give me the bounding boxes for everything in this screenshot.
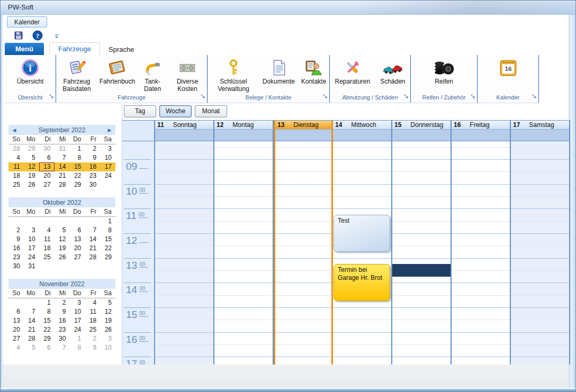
day-column-sonntag[interactable]: [155, 141, 214, 364]
mini-calendar-date[interactable]: 23: [8, 253, 24, 262]
document-tab-kalender[interactable]: Kalender: [7, 16, 47, 28]
mini-calendar-date[interactable]: 5: [24, 343, 39, 352]
mini-calendar-date[interactable]: 21: [24, 325, 39, 334]
allday-cell-donnerstag[interactable]: [392, 130, 452, 141]
day-header-mittwoch[interactable]: 14Mittwoch: [333, 121, 392, 130]
mini-calendar-date[interactable]: 14: [85, 235, 100, 244]
dialog-launcher-icon[interactable]: [201, 93, 205, 101]
selected-time-slot[interactable]: [392, 264, 451, 276]
mini-calendar-date[interactable]: 30: [8, 262, 24, 271]
mini-calendar-date[interactable]: 24: [69, 325, 85, 334]
mini-calendar-date[interactable]: 6: [8, 307, 24, 316]
ribbon-tab-sprache[interactable]: Sprache: [100, 43, 142, 55]
dialog-launcher-icon[interactable]: [471, 93, 475, 101]
appointment-test[interactable]: Test: [334, 215, 390, 252]
day-header-samstag[interactable]: 17Samstag: [511, 121, 570, 130]
mini-calendar-date[interactable]: 29: [39, 334, 55, 343]
mini-calendar-date[interactable]: 17: [24, 244, 39, 253]
mini-calendar-date[interactable]: 3: [100, 334, 115, 343]
day-header-freitag[interactable]: 16Freitag: [452, 121, 511, 130]
day-column-mittwoch[interactable]: TestTermin bei Garage Hr. Brot: [333, 141, 392, 364]
ribbon-button-fahrtenbuch[interactable]: Fahrtenbuch: [97, 57, 137, 86]
mini-calendar-date[interactable]: 3: [69, 298, 85, 307]
mini-calendar-date[interactable]: 8: [69, 153, 85, 162]
mini-calendar-date[interactable]: 28: [55, 180, 70, 189]
mini-calendar-date[interactable]: 23: [55, 325, 70, 334]
mini-calendar-date[interactable]: 1: [39, 298, 55, 307]
day-column-montag[interactable]: [214, 141, 274, 364]
mini-calendar-date[interactable]: 28: [8, 144, 24, 153]
mini-calendar-date[interactable]: 13: [69, 235, 85, 244]
dialog-launcher-icon[interactable]: [323, 93, 328, 101]
mini-calendar-date[interactable]: 19: [24, 171, 39, 180]
ribbon-button-reparaturen[interactable]: Reparaturen: [332, 57, 372, 86]
mini-calendar-date[interactable]: 15: [39, 316, 55, 325]
mini-calendar-date[interactable]: 11: [85, 307, 100, 316]
mini-calendar-date[interactable]: 21: [85, 244, 100, 253]
allday-cell-mittwoch[interactable]: [333, 130, 392, 141]
ribbon-button-dokumente[interactable]: Dokumente: [260, 57, 297, 86]
ribbon-button-schlussel-verwaltung[interactable]: Schlüssel Verwaltung: [209, 57, 258, 94]
mini-calendar-date[interactable]: 22: [69, 171, 85, 180]
ribbon-button-fahrzeug-baisdaten[interactable]: Fahrzeug Baisdaten: [56, 57, 97, 94]
mini-calendar-date[interactable]: 11: [39, 235, 55, 244]
mini-calendar-date[interactable]: 16: [55, 316, 70, 325]
mini-calendar-date[interactable]: 1: [69, 144, 85, 153]
mini-calendar-date[interactable]: 26: [55, 253, 70, 262]
mini-calendar-date[interactable]: 30: [39, 144, 55, 153]
mini-calendar-date[interactable]: 23: [85, 171, 100, 180]
view-button-monat[interactable]: Monat: [195, 105, 227, 117]
mini-calendar-date[interactable]: 30: [55, 334, 70, 343]
ribbon-button-tank-daten[interactable]: Tank-Daten: [137, 57, 168, 94]
dialog-launcher-icon[interactable]: [404, 93, 409, 101]
mini-calendar-date[interactable]: 13: [8, 316, 24, 325]
view-button-tag[interactable]: Tag: [124, 105, 156, 117]
mini-calendar-date[interactable]: 18: [8, 171, 24, 180]
mini-calendar-date[interactable]: 29: [100, 253, 115, 262]
mini-calendar-date[interactable]: 5: [55, 226, 70, 235]
mini-calendar-date[interactable]: 12: [55, 235, 70, 244]
next-month-icon[interactable]: ▶: [104, 127, 115, 133]
mini-calendar-date[interactable]: 20: [69, 244, 85, 253]
mini-calendar-date[interactable]: 2: [8, 226, 24, 235]
view-button-woche[interactable]: Woche: [159, 105, 192, 117]
mini-calendar-date[interactable]: 5: [24, 153, 39, 162]
mini-calendar-date[interactable]: 31: [55, 144, 70, 153]
mini-calendar-date[interactable]: 9: [85, 343, 100, 352]
mini-calendar-date[interactable]: 17: [69, 316, 85, 325]
ribbon-button-reifen[interactable]: Reifen: [431, 57, 457, 86]
day-header-montag[interactable]: 12Montag: [214, 121, 274, 130]
mini-calendar-date[interactable]: 13: [39, 162, 55, 171]
mini-calendar-date[interactable]: 9: [85, 153, 100, 162]
mini-calendar-date[interactable]: 16: [85, 162, 100, 171]
mini-calendar-date[interactable]: 2: [55, 298, 70, 307]
mini-calendar-date[interactable]: 25: [39, 253, 55, 262]
day-column-donnerstag[interactable]: [392, 141, 452, 364]
mini-calendar-date[interactable]: 19: [100, 316, 115, 325]
day-header-dienstag[interactable]: 13Dienstag: [274, 121, 333, 130]
mini-calendar-date[interactable]: 22: [39, 325, 55, 334]
mini-calendar-date[interactable]: 15: [69, 162, 85, 171]
mini-calendar-date[interactable]: 6: [39, 343, 55, 352]
mini-calendar-date[interactable]: 7: [85, 226, 100, 235]
allday-cell-samstag[interactable]: [511, 130, 570, 141]
mini-calendar-date[interactable]: 9: [8, 235, 24, 244]
mini-calendar-date[interactable]: 8: [100, 226, 115, 235]
qat-customize-button[interactable]: [50, 30, 63, 43]
mini-calendar-date[interactable]: 14: [55, 162, 70, 171]
dialog-launcher-icon[interactable]: [532, 93, 537, 101]
mini-calendar-date[interactable]: 16: [8, 244, 24, 253]
mini-calendar-date[interactable]: 10: [100, 343, 115, 352]
ribbon-tab-fahrzeuge[interactable]: Fahrzeuge: [49, 42, 100, 55]
mini-calendar-date[interactable]: 7: [24, 307, 39, 316]
dialog-launcher-icon[interactable]: [49, 93, 54, 101]
mini-calendar-date[interactable]: 14: [24, 316, 39, 325]
allday-cell-dienstag[interactable]: [274, 130, 333, 141]
mini-calendar-date[interactable]: 11: [8, 162, 24, 171]
mini-calendar-date[interactable]: 7: [55, 153, 70, 162]
day-column-freitag[interactable]: [452, 141, 511, 364]
mini-calendar-date[interactable]: 18: [39, 244, 55, 253]
ribbon-tab-menu[interactable]: Menü: [5, 43, 44, 55]
mini-calendar-date[interactable]: 27: [8, 334, 24, 343]
mini-calendar-date[interactable]: 27: [39, 180, 55, 189]
